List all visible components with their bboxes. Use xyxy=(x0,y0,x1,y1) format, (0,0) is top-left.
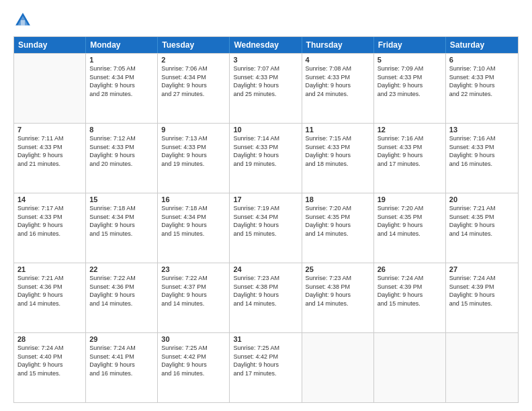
day-cell-29: 29Sunrise: 7:24 AM Sunset: 4:41 PM Dayli… xyxy=(86,333,158,402)
day-number: 7 xyxy=(17,126,82,134)
day-cell-25: 25Sunrise: 7:23 AM Sunset: 4:38 PM Dayli… xyxy=(302,263,374,332)
page: SundayMondayTuesdayWednesdayThursdayFrid… xyxy=(0,0,532,411)
day-info: Sunrise: 7:06 AM Sunset: 4:34 PM Dayligh… xyxy=(161,64,226,98)
day-info: Sunrise: 7:19 AM Sunset: 4:34 PM Dayligh… xyxy=(233,204,298,238)
header-day-sunday: Sunday xyxy=(14,37,86,53)
day-number: 2 xyxy=(161,56,226,64)
day-info: Sunrise: 7:17 AM Sunset: 4:33 PM Dayligh… xyxy=(17,204,82,238)
day-info: Sunrise: 7:24 AM Sunset: 4:40 PM Dayligh… xyxy=(17,344,82,377)
calendar-header: SundayMondayTuesdayWednesdayThursdayFrid… xyxy=(14,37,518,53)
day-info: Sunrise: 7:16 AM Sunset: 4:33 PM Dayligh… xyxy=(449,134,515,168)
day-number: 30 xyxy=(161,335,226,343)
day-number: 9 xyxy=(161,126,226,134)
day-number: 10 xyxy=(233,126,298,134)
day-info: Sunrise: 7:20 AM Sunset: 4:35 PM Dayligh… xyxy=(378,204,442,238)
day-cell-21: 21Sunrise: 7:21 AM Sunset: 4:36 PM Dayli… xyxy=(14,263,86,332)
day-number: 29 xyxy=(89,335,154,343)
day-number: 20 xyxy=(449,195,515,203)
day-info: Sunrise: 7:18 AM Sunset: 4:34 PM Dayligh… xyxy=(89,204,154,238)
day-number: 11 xyxy=(306,126,370,134)
day-cell-3: 3Sunrise: 7:07 AM Sunset: 4:33 PM Daylig… xyxy=(230,54,302,123)
day-number: 17 xyxy=(233,195,298,203)
day-number: 21 xyxy=(17,265,82,273)
header-day-wednesday: Wednesday xyxy=(230,37,302,53)
logo xyxy=(13,11,35,30)
header-day-saturday: Saturday xyxy=(446,37,518,53)
day-info: Sunrise: 7:18 AM Sunset: 4:34 PM Dayligh… xyxy=(161,204,226,238)
day-cell-30: 30Sunrise: 7:25 AM Sunset: 4:42 PM Dayli… xyxy=(158,333,230,402)
day-number: 22 xyxy=(89,265,154,273)
day-cell-4: 4Sunrise: 7:08 AM Sunset: 4:33 PM Daylig… xyxy=(302,54,374,123)
header-day-tuesday: Tuesday xyxy=(158,37,230,53)
calendar-body: 1Sunrise: 7:05 AM Sunset: 4:34 PM Daylig… xyxy=(14,53,518,402)
empty-cell-4-4 xyxy=(302,333,374,402)
day-info: Sunrise: 7:15 AM Sunset: 4:33 PM Dayligh… xyxy=(306,134,370,168)
calendar-row-1: 7Sunrise: 7:11 AM Sunset: 4:33 PM Daylig… xyxy=(14,123,518,193)
day-info: Sunrise: 7:22 AM Sunset: 4:36 PM Dayligh… xyxy=(89,274,154,308)
day-number: 3 xyxy=(233,56,298,64)
day-info: Sunrise: 7:07 AM Sunset: 4:33 PM Dayligh… xyxy=(233,64,298,98)
day-cell-10: 10Sunrise: 7:14 AM Sunset: 4:33 PM Dayli… xyxy=(230,124,302,193)
logo-icon xyxy=(13,11,32,30)
calendar: SundayMondayTuesdayWednesdayThursdayFrid… xyxy=(13,36,519,403)
empty-cell-4-5 xyxy=(374,333,446,402)
day-info: Sunrise: 7:24 AM Sunset: 4:39 PM Dayligh… xyxy=(449,274,515,308)
day-info: Sunrise: 7:10 AM Sunset: 4:33 PM Dayligh… xyxy=(449,64,515,98)
day-cell-1: 1Sunrise: 7:05 AM Sunset: 4:34 PM Daylig… xyxy=(86,54,158,123)
day-cell-26: 26Sunrise: 7:24 AM Sunset: 4:39 PM Dayli… xyxy=(374,263,446,332)
day-cell-19: 19Sunrise: 7:20 AM Sunset: 4:35 PM Dayli… xyxy=(374,193,446,263)
day-number: 19 xyxy=(378,195,442,203)
day-info: Sunrise: 7:22 AM Sunset: 4:37 PM Dayligh… xyxy=(161,274,226,308)
day-number: 27 xyxy=(449,265,515,273)
calendar-row-2: 14Sunrise: 7:17 AM Sunset: 4:33 PM Dayli… xyxy=(14,193,518,263)
day-info: Sunrise: 7:23 AM Sunset: 4:38 PM Dayligh… xyxy=(306,274,370,308)
day-cell-2: 2Sunrise: 7:06 AM Sunset: 4:34 PM Daylig… xyxy=(158,54,230,123)
header-day-thursday: Thursday xyxy=(302,37,374,53)
day-cell-6: 6Sunrise: 7:10 AM Sunset: 4:33 PM Daylig… xyxy=(446,54,518,123)
day-info: Sunrise: 7:24 AM Sunset: 4:39 PM Dayligh… xyxy=(378,274,442,308)
day-cell-12: 12Sunrise: 7:16 AM Sunset: 4:33 PM Dayli… xyxy=(374,124,446,193)
day-info: Sunrise: 7:23 AM Sunset: 4:38 PM Dayligh… xyxy=(233,274,298,308)
day-cell-18: 18Sunrise: 7:20 AM Sunset: 4:35 PM Dayli… xyxy=(302,193,374,263)
day-number: 15 xyxy=(89,195,154,203)
day-number: 12 xyxy=(378,126,442,134)
day-number: 8 xyxy=(89,126,154,134)
day-number: 23 xyxy=(161,265,226,273)
day-cell-16: 16Sunrise: 7:18 AM Sunset: 4:34 PM Dayli… xyxy=(158,193,230,263)
day-number: 28 xyxy=(17,335,82,343)
header-day-monday: Monday xyxy=(86,37,158,53)
calendar-row-3: 21Sunrise: 7:21 AM Sunset: 4:36 PM Dayli… xyxy=(14,263,518,332)
day-number: 18 xyxy=(306,195,370,203)
calendar-row-0: 1Sunrise: 7:05 AM Sunset: 4:34 PM Daylig… xyxy=(14,53,518,123)
day-info: Sunrise: 7:08 AM Sunset: 4:33 PM Dayligh… xyxy=(306,64,370,98)
day-number: 6 xyxy=(449,56,515,64)
day-info: Sunrise: 7:14 AM Sunset: 4:33 PM Dayligh… xyxy=(233,134,298,168)
empty-cell-4-6 xyxy=(446,333,518,402)
day-info: Sunrise: 7:21 AM Sunset: 4:35 PM Dayligh… xyxy=(449,204,515,238)
day-number: 5 xyxy=(378,56,442,64)
day-cell-11: 11Sunrise: 7:15 AM Sunset: 4:33 PM Dayli… xyxy=(302,124,374,193)
day-number: 4 xyxy=(306,56,370,64)
day-info: Sunrise: 7:20 AM Sunset: 4:35 PM Dayligh… xyxy=(306,204,370,238)
calendar-row-4: 28Sunrise: 7:24 AM Sunset: 4:40 PM Dayli… xyxy=(14,332,518,402)
day-cell-17: 17Sunrise: 7:19 AM Sunset: 4:34 PM Dayli… xyxy=(230,193,302,263)
header-day-friday: Friday xyxy=(374,37,446,53)
day-number: 14 xyxy=(17,195,82,203)
day-cell-7: 7Sunrise: 7:11 AM Sunset: 4:33 PM Daylig… xyxy=(14,124,86,193)
header xyxy=(13,11,519,30)
day-info: Sunrise: 7:25 AM Sunset: 4:42 PM Dayligh… xyxy=(161,344,226,377)
day-cell-24: 24Sunrise: 7:23 AM Sunset: 4:38 PM Dayli… xyxy=(230,263,302,332)
day-cell-22: 22Sunrise: 7:22 AM Sunset: 4:36 PM Dayli… xyxy=(86,263,158,332)
day-number: 24 xyxy=(233,265,298,273)
svg-rect-2 xyxy=(21,20,25,26)
day-cell-14: 14Sunrise: 7:17 AM Sunset: 4:33 PM Dayli… xyxy=(14,193,86,263)
day-info: Sunrise: 7:05 AM Sunset: 4:34 PM Dayligh… xyxy=(89,64,154,98)
day-info: Sunrise: 7:24 AM Sunset: 4:41 PM Dayligh… xyxy=(89,344,154,377)
day-number: 1 xyxy=(89,56,154,64)
day-info: Sunrise: 7:11 AM Sunset: 4:33 PM Dayligh… xyxy=(17,134,82,168)
day-number: 25 xyxy=(306,265,370,273)
day-cell-20: 20Sunrise: 7:21 AM Sunset: 4:35 PM Dayli… xyxy=(446,193,518,263)
day-cell-27: 27Sunrise: 7:24 AM Sunset: 4:39 PM Dayli… xyxy=(446,263,518,332)
day-cell-13: 13Sunrise: 7:16 AM Sunset: 4:33 PM Dayli… xyxy=(446,124,518,193)
day-info: Sunrise: 7:16 AM Sunset: 4:33 PM Dayligh… xyxy=(378,134,442,168)
